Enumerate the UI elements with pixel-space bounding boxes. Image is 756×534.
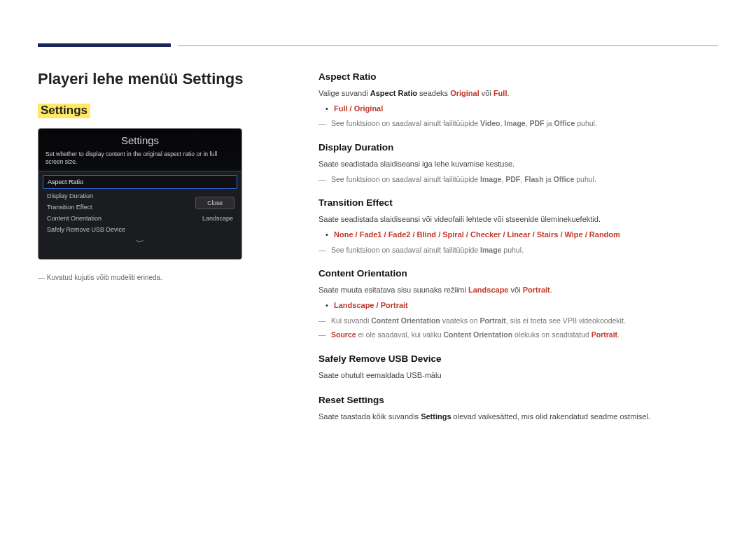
bullet-options: Full / Original bbox=[318, 103, 718, 115]
section-text: Saate seadistada slaidiseansi iga lehe k… bbox=[318, 158, 718, 171]
panel-item-content-orientation[interactable]: Content Orientation Landscape bbox=[38, 213, 241, 224]
section-title: Safely Remove USB Device bbox=[318, 353, 718, 364]
bullet-options: None / Fade1 / Fade2 / Blind / Spiral / … bbox=[318, 229, 718, 241]
section-text: Valige suvandi Aspect Ratio seadeks Orig… bbox=[318, 87, 718, 100]
left-column: Playeri lehe menüü Settings Settings Set… bbox=[38, 70, 248, 281]
section-title: Content Orientation bbox=[318, 268, 718, 279]
footnote: ― Kuvatud kujutis võib mudeliti erineda. bbox=[38, 274, 248, 281]
note: See funktsioon on saadaval ainult failit… bbox=[318, 244, 718, 256]
section-aspect-ratio: Aspect Ratio Valige suvandi Aspect Ratio… bbox=[318, 71, 718, 129]
panel-item-aspect-ratio[interactable]: Aspect Ratio bbox=[43, 175, 237, 189]
panel-divider bbox=[38, 171, 241, 171]
section-safely-remove-usb: Safely Remove USB Device Saate ohutult e… bbox=[318, 353, 718, 382]
section-reset-settings: Reset Settings Saate taastada kõik suvan… bbox=[318, 395, 718, 423]
panel-item-label: Safely Remove USB Device bbox=[47, 226, 125, 233]
section-title: Display Duration bbox=[318, 142, 718, 153]
note: See funktsioon on saadaval ainult failit… bbox=[318, 174, 718, 185]
section-title: Transition Effect bbox=[318, 197, 718, 208]
panel-item-label: Display Duration bbox=[47, 192, 93, 199]
header-rule bbox=[178, 45, 718, 46]
section-text: Saate taastada kõik suvandis Settings ol… bbox=[318, 411, 718, 423]
note: Source ei ole saadaval, kui valiku Conte… bbox=[318, 329, 718, 341]
page-title: Playeri lehe menüü Settings bbox=[38, 70, 248, 88]
header-accent-bar bbox=[38, 43, 171, 47]
panel-list: Aspect Ratio Display Duration Transition… bbox=[38, 172, 241, 259]
section-transition-effect: Transition Effect Saate seadistada slaid… bbox=[318, 197, 718, 255]
settings-heading: Settings bbox=[38, 104, 90, 118]
section-text: Saate muuta esitatava sisu suunaks režii… bbox=[318, 284, 718, 297]
right-column: Aspect Ratio Valige suvandi Aspect Ratio… bbox=[318, 71, 718, 435]
chevron-down-icon[interactable]: ﹀ bbox=[38, 235, 241, 252]
panel-item-safely-remove-usb[interactable]: Safely Remove USB Device bbox=[38, 224, 241, 235]
note: Kui suvandi Content Orientation vaateks … bbox=[318, 315, 718, 327]
device-settings-panel: Settings Set whether to display content … bbox=[38, 128, 242, 260]
panel-item-label: Aspect Ratio bbox=[48, 178, 83, 185]
section-content-orientation: Content Orientation Saate muuta esitatav… bbox=[318, 268, 718, 341]
section-title: Reset Settings bbox=[318, 395, 718, 405]
bullet-options: Landscape / Portrait bbox=[318, 300, 718, 312]
panel-item-label: Transition Effect bbox=[47, 204, 92, 211]
panel-item-label: Content Orientation bbox=[47, 215, 102, 222]
section-display-duration: Display Duration Saate seadistada slaidi… bbox=[318, 142, 718, 185]
panel-title: Settings bbox=[38, 129, 241, 150]
panel-subtext: Set whether to display content in the or… bbox=[38, 150, 241, 171]
note: See funktsioon on saadaval ainult failit… bbox=[318, 118, 718, 129]
section-text: Saate ohutult eemaldada USB-mälu bbox=[318, 370, 718, 382]
section-title: Aspect Ratio bbox=[318, 71, 718, 82]
section-text: Saate seadistada slaidiseansi või videof… bbox=[318, 213, 718, 226]
panel-item-value: Landscape bbox=[202, 215, 233, 222]
close-button[interactable]: Close bbox=[195, 197, 234, 209]
